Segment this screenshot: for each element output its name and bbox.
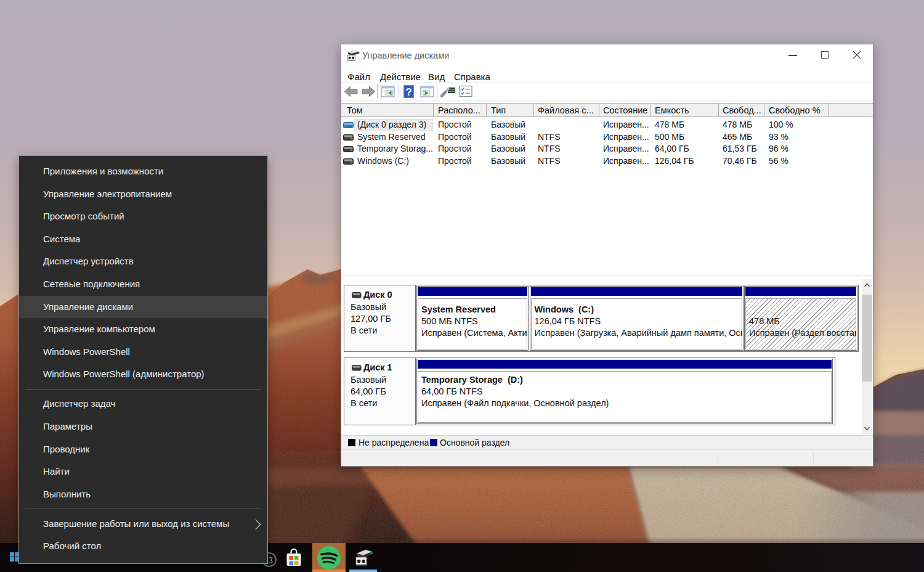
svg-text:?: ? [405,86,411,98]
svg-text:3: 3 [268,555,273,565]
